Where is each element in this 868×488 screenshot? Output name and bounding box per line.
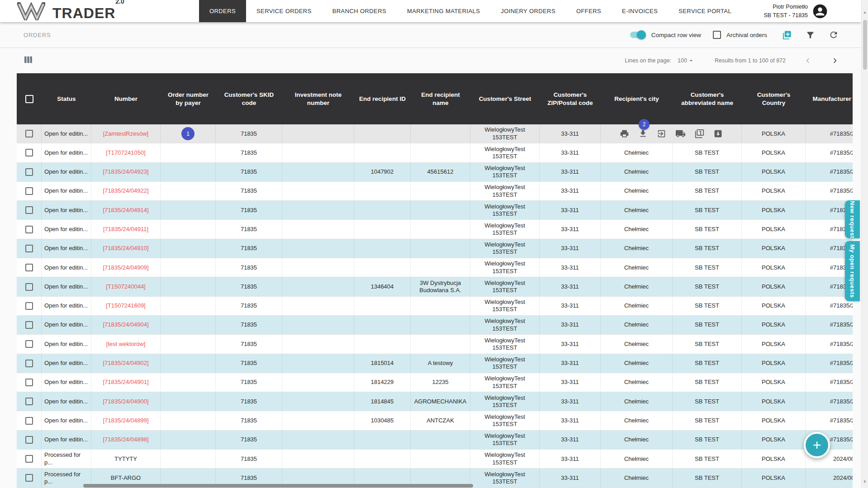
table-row[interactable]: Open for editin...[71835/24/04910]71835W… [17,239,853,258]
column-header-customer-s-skid-code[interactable]: Customer's SKID code [216,73,282,124]
table-row[interactable]: Open for editin...[71835/24/04904]71835W… [17,316,853,335]
order-number-link[interactable]: [test wektorów] [106,341,146,348]
table-row[interactable]: Open for editin...[71835/24/04901]718351… [17,373,853,392]
column-header-customer-s-zip-postal-code[interactable]: Customer's ZIP/Postal code [540,73,601,124]
column-header-customer-s-country[interactable]: Customer's Country [742,73,806,124]
column-header-customer-s-street[interactable]: Customer's Street [470,73,540,124]
order-number-link[interactable]: [71835/24/04923] [103,168,148,175]
download-icon[interactable] [638,129,648,138]
row-checkbox[interactable] [25,417,33,425]
order-number-link[interactable]: [71835/24/04904] [103,321,148,328]
row-checkbox[interactable] [25,436,33,444]
table-row[interactable]: Open for editin...[71835/24/04923]718351… [17,163,853,182]
column-header-recipient-s-city[interactable]: Recipient's city [601,73,673,124]
order-number-link[interactable]: [71835/24/04901] [103,379,148,386]
scroll-down-icon[interactable]: ▼ [862,479,868,484]
table-row[interactable]: Open for editin...[71835/24/04914]71835W… [17,201,853,220]
row-checkbox[interactable] [25,245,33,252]
printer-icon[interactable] [620,129,629,138]
table-row[interactable]: Open for editin...[71835/24/04922]71835W… [17,182,853,201]
horizontal-scrollbar-thumb[interactable] [83,484,473,488]
archive-icon[interactable] [713,129,723,138]
row-checkbox[interactable] [25,379,33,386]
table-row[interactable]: Open for editin...[T1707241050]71835Wiel… [17,143,853,162]
table-row[interactable]: Open for editin...[T1507241609]71835Wiel… [17,297,853,316]
table-row[interactable]: Open for editin...[T1507240044]718351346… [17,277,853,296]
order-number-link[interactable]: [71835/24/04898] [103,436,148,443]
scroll-up-icon[interactable]: ▲ [862,10,868,14]
row-checkbox[interactable] [25,168,33,176]
actions-count-badge[interactable]: 2 [639,119,650,130]
column-header-number[interactable]: Number [91,73,161,124]
order-number-link[interactable]: [T1507241609] [106,302,145,309]
row-checkbox[interactable] [25,474,33,482]
row-checkbox[interactable] [25,149,33,156]
table-row[interactable]: Open for editin...[test wektorów]71835Wi… [17,335,853,354]
column-header-end-recipient-id[interactable]: End recipient ID [354,73,411,124]
order-number-link[interactable]: [71835/24/04922] [103,187,148,194]
avatar-icon[interactable] [813,4,827,19]
copy-one-icon[interactable] [695,129,704,138]
order-number-link[interactable]: TYTYTY [114,455,137,463]
order-number-link[interactable]: [71835/24/04911] [103,226,148,233]
duplicate-add-icon[interactable] [782,30,792,40]
nav-tab-orders[interactable]: ORDERS [199,0,246,22]
order-number-link[interactable]: [T1507240044] [106,283,145,290]
order-number-link[interactable]: [71835/24/04914] [103,207,148,214]
column-settings-icon[interactable] [24,57,32,65]
table-row[interactable]: Open for editin...[71835/24/04911]71835W… [17,220,853,239]
row-checkbox[interactable] [25,360,33,367]
compact-row-view-toggle[interactable] [630,30,646,39]
user-account[interactable]: Piotr Pomietło SB TEST - 71835 [764,0,827,22]
table-row[interactable]: Open for editin...[71835/24/04899]718351… [17,411,853,430]
refresh-icon[interactable] [829,30,839,40]
nav-tab-branch-orders[interactable]: BRANCH ORDERS [322,0,397,22]
my-open-requests-tab[interactable]: My open requests [845,241,860,301]
order-number-link[interactable]: [71835/24/04910] [103,245,148,252]
exit-to-app-icon[interactable] [657,129,666,138]
row-checkbox[interactable] [25,206,33,214]
row-checkbox[interactable] [25,340,33,348]
column-header-order-number-by-payer[interactable]: Order number by payer [161,73,216,124]
lines-per-page-select[interactable]: 100 [678,57,695,64]
column-header-investment-note-number[interactable]: Investment note number [282,73,354,124]
nav-tab-service-orders[interactable]: SERVICE ORDERS [246,0,322,22]
row-checkbox[interactable] [25,302,33,310]
row-checkbox[interactable] [25,455,33,463]
table-row[interactable]: Processed for p...TYTYTY71835WielogłowyT… [17,450,853,469]
column-header-manufacturer-number[interactable]: Manufacturer number [806,73,853,124]
row-checkbox[interactable] [25,264,33,271]
order-number-link[interactable]: [T1707241050] [106,149,145,156]
table-row[interactable]: Open for editin...[71835/24/04898]71835W… [17,431,853,450]
nav-tab-e-invoices[interactable]: E-INVOICES [612,0,668,22]
column-header-status[interactable]: Status [42,73,91,124]
order-number-link[interactable]: [71835/24/04909] [103,264,148,271]
select-all-checkbox[interactable] [25,95,33,103]
order-number-link[interactable]: [71835/24/04899] [103,417,148,424]
table-row[interactable]: Open for editin...[71835/24/04909]71835W… [17,258,853,277]
column-header-customer-s-abbreviated-name[interactable]: Customer's abbreviated name [673,73,742,124]
nav-tab-marketing-materials[interactable]: MARKETING MATERIALS [397,0,490,22]
row-checkbox[interactable] [25,398,33,405]
nav-tab-offers[interactable]: OFFERS [566,0,612,22]
table-row[interactable]: Open for editin...[71835/24/04902]718351… [17,354,853,373]
order-number-link[interactable]: [ZamtestRzesów] [103,130,148,137]
order-number-link[interactable]: [71835/24/04900] [103,398,148,405]
vertical-scrollbar-thumb[interactable] [863,20,867,70]
filter-icon[interactable] [806,30,815,40]
row-checkbox[interactable] [25,283,33,291]
row-checkbox[interactable] [25,130,33,137]
row-checkbox[interactable] [25,321,33,329]
payer-order-count-badge[interactable]: 1 [181,127,194,140]
table-row[interactable]: Open for editin...[ZamtestRzesów]171835W… [17,124,853,143]
column-header-end-recipient-name[interactable]: End recipient name [411,73,470,124]
add-order-fab[interactable]: + [804,432,830,458]
nav-tab-joinery-orders[interactable]: JOINERY ORDERS [490,0,566,22]
row-checkbox[interactable] [25,226,33,233]
next-page-button[interactable] [830,56,840,66]
order-number-link[interactable]: [71835/24/04902] [103,360,148,367]
nav-tab-service-portal[interactable]: SERVICE PORTAL [668,0,742,22]
previous-page-button[interactable] [803,56,813,66]
vertical-scrollbar[interactable]: ▲ ▼ [861,0,868,488]
truck-icon[interactable] [675,128,686,139]
